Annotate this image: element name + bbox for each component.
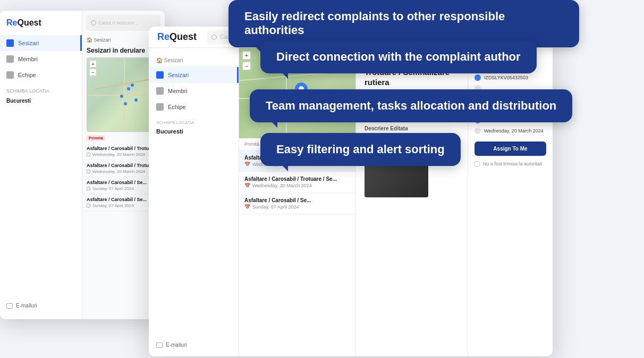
front-nav-sesizari[interactable]: Sesizari bbox=[149, 67, 239, 83]
calendar-icon bbox=[474, 128, 481, 134]
map-zoom-out[interactable]: − bbox=[89, 69, 97, 76]
back-logo: ReQuest bbox=[0, 11, 82, 35]
back-location: Bucuresti bbox=[0, 96, 82, 106]
front-nav-echipe[interactable]: Echipe bbox=[149, 99, 239, 115]
teams-icon bbox=[6, 71, 14, 79]
front-list-item-3[interactable]: Asfaltare / Carosabil / Se... 📅 Sunday, … bbox=[239, 193, 355, 214]
not-sent-row: Nu a fost trimisa la autoritati bbox=[474, 161, 546, 166]
back-section-label: Schimba locatia bbox=[0, 83, 82, 96]
list-icon bbox=[156, 71, 164, 79]
map-zoom-in[interactable]: + bbox=[242, 51, 251, 60]
front-screenshot: ReQuest Cauta o sesizare... Quarticle Ad… bbox=[149, 27, 553, 356]
front-list-item-2[interactable]: Asfaltare / Carosabil / Trotuare / Se...… bbox=[239, 172, 355, 193]
id-row: IZDSLYKV05432503 bbox=[474, 74, 546, 81]
calendar-icon bbox=[87, 204, 90, 207]
calendar-icon bbox=[87, 153, 90, 156]
front-breadcrumb-sidebar: 🏠 Sesizari bbox=[149, 54, 239, 67]
front-location: Bucuresti bbox=[149, 126, 239, 137]
map-pin-2 bbox=[120, 95, 123, 98]
back-sidebar: ReQuest Sesizari Membri Echipe Schimba l… bbox=[0, 11, 82, 319]
front-nav-membri[interactable]: Membri bbox=[149, 83, 239, 99]
back-nav-echipe[interactable]: Echipe bbox=[0, 67, 82, 83]
assign-to-me-button[interactable]: Assign To Me bbox=[474, 141, 546, 156]
search-icon bbox=[91, 20, 96, 26]
list-item-title: Asfaltare / Carosabil / Se... bbox=[244, 197, 350, 203]
tooltip-bubble-4: Easy filtering and alert sorting bbox=[260, 133, 461, 166]
teams-icon bbox=[156, 103, 164, 111]
list-item-meta: 📅 Wednesday, 20 March 2024 bbox=[244, 183, 350, 188]
front-email-item[interactable]: E-mailuri bbox=[149, 339, 239, 351]
back-nav-sesizari[interactable]: Sesizari bbox=[0, 35, 82, 51]
map-zoom-out[interactable]: − bbox=[242, 62, 251, 70]
date-row: Wednesday, 20 March 2024 bbox=[474, 128, 546, 134]
search-icon bbox=[211, 35, 217, 40]
back-nav-membri[interactable]: Membri bbox=[0, 51, 82, 67]
email-icon bbox=[156, 343, 163, 348]
back-email-item[interactable]: E-mailuri bbox=[0, 298, 82, 313]
users-icon bbox=[6, 55, 14, 63]
descriere-editata-label: Descriere Editata bbox=[365, 126, 459, 131]
map-zoom-in[interactable]: + bbox=[89, 60, 97, 68]
not-sent-checkbox[interactable] bbox=[474, 161, 480, 166]
front-logo: ReQuest bbox=[157, 31, 197, 43]
back-screenshot: ReQuest Sesizari Membri Echipe Schimba l… bbox=[0, 11, 165, 319]
id-icon bbox=[474, 74, 481, 81]
map-road-v bbox=[124, 58, 125, 131]
back-search-placeholder: Cauta o sesizare... bbox=[98, 20, 138, 26]
front-sidebar: 🏠 Sesizari Sesizari Membri Echipe Schimp… bbox=[149, 48, 239, 356]
front-section-label: Schimpa locatia bbox=[149, 115, 239, 126]
calendar-icon bbox=[87, 187, 90, 190]
tooltip-bubble-2: Direct connection with the complaint aut… bbox=[260, 40, 537, 73]
list-item-title: Asfaltare / Carosabil / Trotuare / Se... bbox=[244, 176, 350, 182]
users-icon bbox=[156, 87, 164, 95]
map-pin-5 bbox=[134, 98, 138, 102]
list-item-meta: 📅 Sunday, 07 April 2024 bbox=[244, 204, 350, 210]
map-pin-3 bbox=[131, 84, 134, 87]
tooltip-bubble-3: Team management, tasks allocation and di… bbox=[250, 89, 572, 122]
back-search-bar[interactable]: Cauta o sesizare... bbox=[87, 15, 160, 31]
email-icon bbox=[6, 303, 13, 309]
map-pin-1 bbox=[127, 87, 130, 90]
list-icon bbox=[6, 39, 14, 47]
map-pin-4 bbox=[124, 102, 127, 105]
primita-badge: Primità bbox=[87, 135, 105, 141]
calendar-icon bbox=[87, 170, 90, 173]
